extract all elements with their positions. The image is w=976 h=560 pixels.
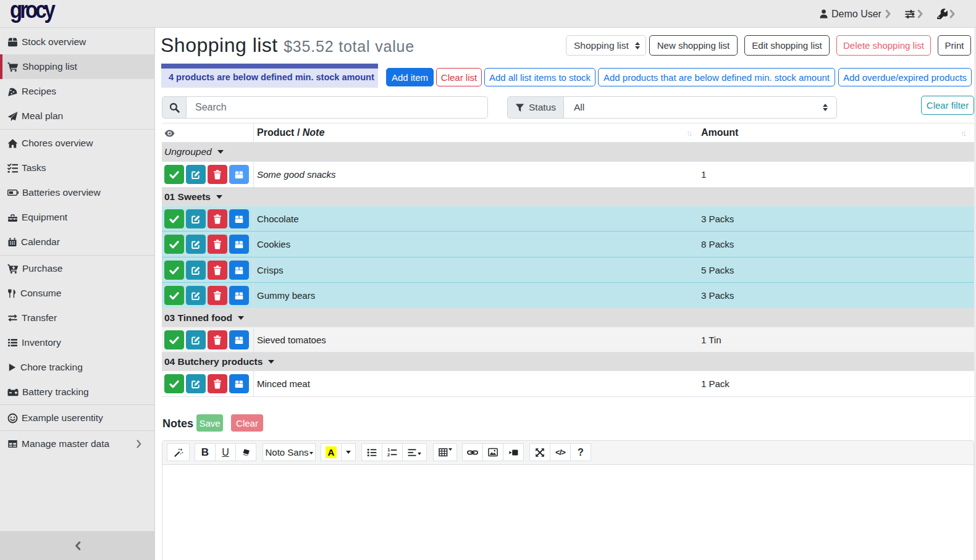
svg-text:2: 2	[387, 451, 390, 457]
